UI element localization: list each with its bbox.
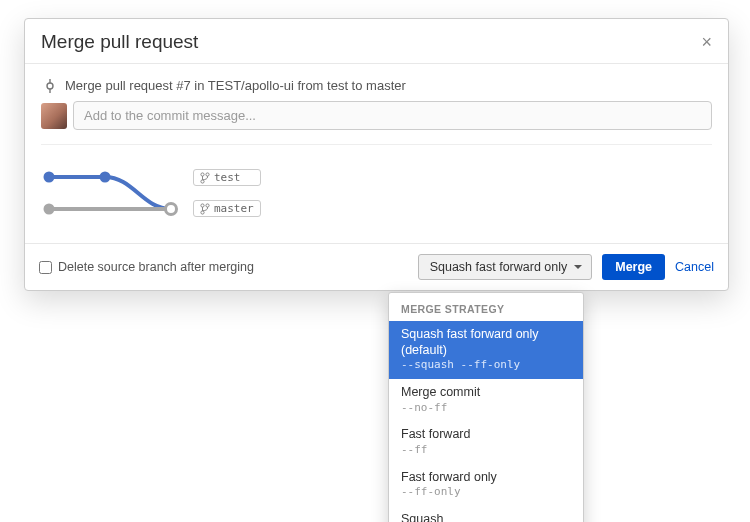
merge-strategy-current: Squash fast forward only	[430, 260, 568, 274]
dialog-footer: Delete source branch after merging Squas…	[25, 243, 728, 290]
merge-strategy-option-label: Fast forward only	[401, 470, 571, 486]
merge-dialog: Merge pull request × Merge pull request …	[24, 18, 729, 291]
close-icon[interactable]: ×	[701, 33, 712, 51]
branch-graph-section: test master	[41, 159, 712, 243]
branch-icon	[200, 203, 210, 215]
source-branch-tag: test	[193, 169, 261, 186]
svg-point-7	[44, 204, 55, 215]
branch-graph	[43, 165, 183, 221]
chevron-down-icon	[574, 265, 582, 269]
svg-point-10	[206, 172, 209, 175]
merge-strategy-option[interactable]: Merge commit--no-ff	[389, 379, 583, 421]
dialog-body: Merge pull request #7 in TEST/apollo-ui …	[25, 64, 728, 243]
merge-strategy-option[interactable]: Fast forward only--ff-only	[389, 464, 583, 506]
svg-point-14	[206, 203, 209, 206]
target-branch-tag: master	[193, 200, 261, 217]
merge-strategy-option-label: Merge commit	[401, 385, 571, 401]
merge-strategy-option[interactable]: Fast forward--ff	[389, 421, 583, 463]
merge-button[interactable]: Merge	[602, 254, 665, 280]
dialog-header: Merge pull request ×	[25, 19, 728, 64]
merge-strategy-option-flag: --squash --ff-only	[401, 358, 571, 372]
svg-point-11	[201, 179, 204, 182]
merge-strategy-option[interactable]: Squash--squash	[389, 506, 583, 522]
merge-strategy-option-label: Squash fast forward only (default)	[401, 327, 571, 358]
footer-actions: Squash fast forward only Merge Cancel	[418, 254, 714, 280]
merge-strategy-option-label: Squash	[401, 512, 571, 522]
delete-branch-label: Delete source branch after merging	[58, 260, 254, 274]
source-branch-label: test	[214, 171, 241, 184]
merge-strategy-dropdown-button[interactable]: Squash fast forward only	[418, 254, 593, 280]
delete-branch-checkbox-row[interactable]: Delete source branch after merging	[39, 260, 254, 274]
divider	[41, 144, 712, 145]
merge-strategy-option-flag: --ff	[401, 443, 571, 457]
merge-strategy-option[interactable]: Squash fast forward only (default)--squa…	[389, 321, 583, 379]
merge-strategy-dropdown: MERGE STRATEGY Squash fast forward only …	[388, 292, 584, 522]
branch-tags: test master	[193, 169, 261, 217]
avatar	[41, 103, 67, 129]
commit-icon	[43, 79, 57, 93]
merge-strategy-option-label: Fast forward	[401, 427, 571, 443]
svg-point-0	[47, 83, 53, 89]
dropdown-header: MERGE STRATEGY	[389, 297, 583, 321]
cancel-link[interactable]: Cancel	[675, 260, 714, 274]
delete-branch-checkbox[interactable]	[39, 261, 52, 274]
commit-summary-row: Merge pull request #7 in TEST/apollo-ui …	[41, 76, 712, 101]
merge-strategy-option-flag: --ff-only	[401, 485, 571, 499]
svg-point-13	[201, 203, 204, 206]
merge-strategy-option-flag: --no-ff	[401, 401, 571, 415]
svg-point-15	[201, 210, 204, 213]
svg-point-8	[166, 204, 177, 215]
dialog-title: Merge pull request	[41, 31, 198, 53]
target-branch-label: master	[214, 202, 254, 215]
commit-summary-text: Merge pull request #7 in TEST/apollo-ui …	[65, 78, 406, 93]
commit-input-row	[41, 101, 712, 130]
svg-point-4	[44, 172, 55, 183]
svg-point-5	[100, 172, 111, 183]
commit-message-input[interactable]	[73, 101, 712, 130]
svg-point-9	[201, 172, 204, 175]
branch-icon	[200, 172, 210, 184]
